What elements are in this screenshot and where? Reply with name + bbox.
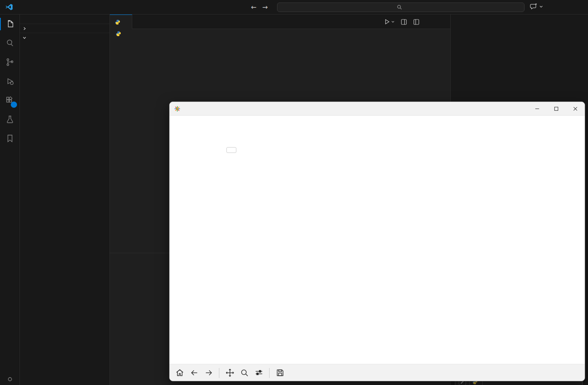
- arrow-left-icon: [190, 368, 199, 377]
- tab-chart-maker[interactable]: [110, 15, 132, 29]
- configure-subplots-button[interactable]: [253, 367, 265, 379]
- nav-forward-icon[interactable]: →: [262, 3, 267, 11]
- sidebar-item-testing[interactable]: [0, 110, 20, 129]
- save-icon: [276, 368, 284, 377]
- chart-legend: [226, 147, 236, 153]
- sidebar-item-extensions[interactable]: [0, 91, 20, 110]
- arrow-right-icon: [204, 368, 213, 377]
- close-button[interactable]: [566, 102, 585, 115]
- sidebar-item-bookmarks[interactable]: [0, 129, 20, 148]
- matplotlib-icon: [174, 106, 180, 112]
- command-center-search[interactable]: [277, 2, 525, 12]
- minimize-button[interactable]: [527, 102, 547, 115]
- split-editor-icon[interactable]: [401, 19, 407, 25]
- account-icon: [5, 375, 15, 385]
- open-editors-section[interactable]: [20, 24, 109, 33]
- minimize-icon: [535, 107, 539, 111]
- python-file-icon: [116, 31, 121, 36]
- files-icon: [5, 19, 15, 29]
- beaker-icon: [5, 114, 15, 124]
- run-python-button[interactable]: [384, 19, 395, 25]
- editor-tab-bar: [110, 15, 450, 29]
- chevron-down-icon: [539, 5, 543, 9]
- source-control-icon: [5, 57, 15, 67]
- chevron-right-icon: [22, 27, 27, 31]
- python-file-icon: [115, 19, 120, 25]
- breadcrumb[interactable]: [110, 29, 450, 38]
- forward-button[interactable]: [203, 367, 214, 379]
- activity-bar: [0, 15, 20, 385]
- matplotlib-toolbar: [170, 364, 585, 381]
- vscode-logo-icon: [5, 3, 13, 11]
- back-button[interactable]: [188, 367, 200, 379]
- maximize-button[interactable]: [547, 102, 566, 115]
- sidebar-item-search[interactable]: [0, 34, 20, 53]
- save-button[interactable]: [274, 367, 286, 379]
- explorer-sidebar: [20, 15, 110, 385]
- figure-title-bar[interactable]: [170, 102, 585, 116]
- zoom-button[interactable]: [238, 367, 250, 379]
- maximize-icon: [554, 107, 559, 111]
- copilot-chat-icon: [530, 3, 538, 10]
- extensions-badge: [11, 102, 17, 108]
- search-icon: [397, 5, 402, 10]
- sidebar-item-run-debug[interactable]: [0, 72, 20, 91]
- workspace-folder-section[interactable]: [20, 33, 109, 42]
- sidebar-item-source-control[interactable]: [0, 53, 20, 72]
- search-icon: [5, 38, 15, 48]
- copilot-button[interactable]: [530, 3, 543, 10]
- toolbar-separator: [219, 368, 219, 378]
- run-icon: [384, 19, 390, 25]
- run-debug-icon: [5, 76, 15, 86]
- layout-panel-icon[interactable]: [413, 19, 420, 25]
- home-button[interactable]: [174, 367, 185, 379]
- matplotlib-figure-window[interactable]: [169, 102, 585, 381]
- account-icon[interactable]: [0, 371, 20, 385]
- magnifier-icon: [240, 368, 249, 377]
- toolbar-separator: [269, 368, 270, 378]
- window-title-bar: ← →: [0, 0, 588, 15]
- nav-back-icon[interactable]: ←: [251, 3, 256, 11]
- chevron-down-icon: [22, 36, 27, 40]
- close-icon: [573, 107, 578, 111]
- home-icon: [175, 368, 184, 377]
- bookmark-icon: [5, 133, 15, 143]
- sidebar-item-explorer[interactable]: [0, 15, 20, 34]
- pan-button[interactable]: [224, 367, 236, 379]
- sliders-icon: [255, 368, 263, 377]
- chart-plot-area: [223, 145, 542, 336]
- chevron-down-icon: [391, 20, 395, 24]
- pan-icon: [226, 368, 234, 377]
